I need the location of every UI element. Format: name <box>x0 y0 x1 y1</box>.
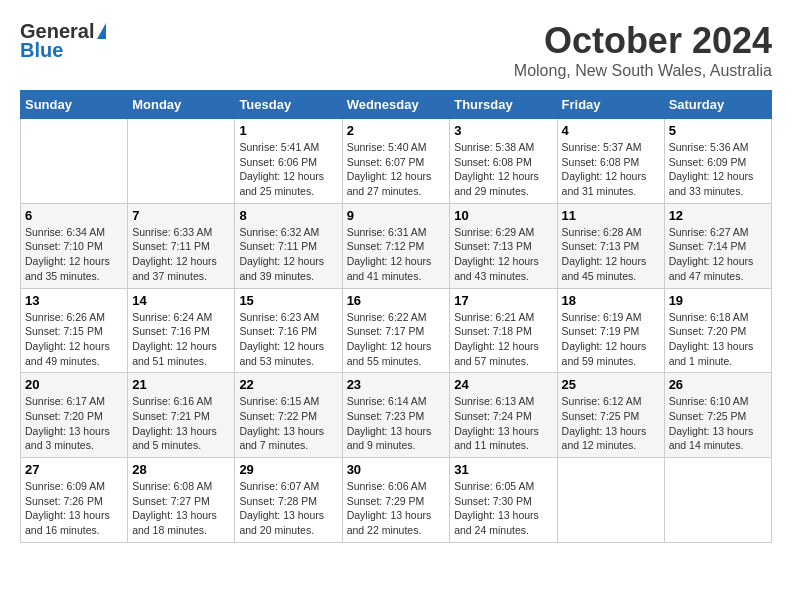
month-title: October 2024 <box>514 20 772 62</box>
day-cell <box>128 119 235 204</box>
weekday-header-sunday: Sunday <box>21 91 128 119</box>
day-cell <box>557 458 664 543</box>
day-number: 10 <box>454 208 552 223</box>
day-number: 28 <box>132 462 230 477</box>
day-cell <box>664 458 771 543</box>
day-number: 31 <box>454 462 552 477</box>
day-cell: 22Sunrise: 6:15 AMSunset: 7:22 PMDayligh… <box>235 373 342 458</box>
day-info: Sunrise: 5:40 AMSunset: 6:07 PMDaylight:… <box>347 140 446 199</box>
day-number: 13 <box>25 293 123 308</box>
weekday-header-wednesday: Wednesday <box>342 91 450 119</box>
day-number: 29 <box>239 462 337 477</box>
day-cell: 9Sunrise: 6:31 AMSunset: 7:12 PMDaylight… <box>342 203 450 288</box>
day-number: 22 <box>239 377 337 392</box>
day-cell: 24Sunrise: 6:13 AMSunset: 7:24 PMDayligh… <box>450 373 557 458</box>
logo-blue-text: Blue <box>20 39 63 62</box>
day-info: Sunrise: 6:28 AMSunset: 7:13 PMDaylight:… <box>562 225 660 284</box>
day-cell: 30Sunrise: 6:06 AMSunset: 7:29 PMDayligh… <box>342 458 450 543</box>
day-info: Sunrise: 6:26 AMSunset: 7:15 PMDaylight:… <box>25 310 123 369</box>
week-row-1: 1Sunrise: 5:41 AMSunset: 6:06 PMDaylight… <box>21 119 772 204</box>
day-info: Sunrise: 6:21 AMSunset: 7:18 PMDaylight:… <box>454 310 552 369</box>
day-number: 24 <box>454 377 552 392</box>
day-info: Sunrise: 6:16 AMSunset: 7:21 PMDaylight:… <box>132 394 230 453</box>
day-info: Sunrise: 6:14 AMSunset: 7:23 PMDaylight:… <box>347 394 446 453</box>
location-title: Molong, New South Wales, Australia <box>514 62 772 80</box>
day-info: Sunrise: 6:10 AMSunset: 7:25 PMDaylight:… <box>669 394 767 453</box>
day-info: Sunrise: 6:31 AMSunset: 7:12 PMDaylight:… <box>347 225 446 284</box>
day-info: Sunrise: 6:18 AMSunset: 7:20 PMDaylight:… <box>669 310 767 369</box>
day-cell: 8Sunrise: 6:32 AMSunset: 7:11 PMDaylight… <box>235 203 342 288</box>
day-number: 27 <box>25 462 123 477</box>
day-info: Sunrise: 6:13 AMSunset: 7:24 PMDaylight:… <box>454 394 552 453</box>
day-info: Sunrise: 6:33 AMSunset: 7:11 PMDaylight:… <box>132 225 230 284</box>
weekday-header-thursday: Thursday <box>450 91 557 119</box>
day-cell: 1Sunrise: 5:41 AMSunset: 6:06 PMDaylight… <box>235 119 342 204</box>
day-cell: 10Sunrise: 6:29 AMSunset: 7:13 PMDayligh… <box>450 203 557 288</box>
day-info: Sunrise: 6:23 AMSunset: 7:16 PMDaylight:… <box>239 310 337 369</box>
weekday-header-friday: Friday <box>557 91 664 119</box>
day-cell: 28Sunrise: 6:08 AMSunset: 7:27 PMDayligh… <box>128 458 235 543</box>
day-cell: 31Sunrise: 6:05 AMSunset: 7:30 PMDayligh… <box>450 458 557 543</box>
day-info: Sunrise: 5:36 AMSunset: 6:09 PMDaylight:… <box>669 140 767 199</box>
day-info: Sunrise: 5:41 AMSunset: 6:06 PMDaylight:… <box>239 140 337 199</box>
day-number: 7 <box>132 208 230 223</box>
day-cell: 11Sunrise: 6:28 AMSunset: 7:13 PMDayligh… <box>557 203 664 288</box>
day-number: 3 <box>454 123 552 138</box>
day-info: Sunrise: 6:34 AMSunset: 7:10 PMDaylight:… <box>25 225 123 284</box>
week-row-5: 27Sunrise: 6:09 AMSunset: 7:26 PMDayligh… <box>21 458 772 543</box>
day-info: Sunrise: 6:22 AMSunset: 7:17 PMDaylight:… <box>347 310 446 369</box>
day-cell: 25Sunrise: 6:12 AMSunset: 7:25 PMDayligh… <box>557 373 664 458</box>
day-cell: 12Sunrise: 6:27 AMSunset: 7:14 PMDayligh… <box>664 203 771 288</box>
day-cell: 23Sunrise: 6:14 AMSunset: 7:23 PMDayligh… <box>342 373 450 458</box>
day-cell: 16Sunrise: 6:22 AMSunset: 7:17 PMDayligh… <box>342 288 450 373</box>
day-info: Sunrise: 6:07 AMSunset: 7:28 PMDaylight:… <box>239 479 337 538</box>
day-info: Sunrise: 6:17 AMSunset: 7:20 PMDaylight:… <box>25 394 123 453</box>
day-info: Sunrise: 6:06 AMSunset: 7:29 PMDaylight:… <box>347 479 446 538</box>
weekday-header-saturday: Saturday <box>664 91 771 119</box>
day-info: Sunrise: 6:32 AMSunset: 7:11 PMDaylight:… <box>239 225 337 284</box>
day-number: 23 <box>347 377 446 392</box>
logo-triangle-icon <box>97 23 106 39</box>
day-info: Sunrise: 6:27 AMSunset: 7:14 PMDaylight:… <box>669 225 767 284</box>
day-number: 12 <box>669 208 767 223</box>
day-number: 1 <box>239 123 337 138</box>
week-row-3: 13Sunrise: 6:26 AMSunset: 7:15 PMDayligh… <box>21 288 772 373</box>
day-number: 20 <box>25 377 123 392</box>
week-row-2: 6Sunrise: 6:34 AMSunset: 7:10 PMDaylight… <box>21 203 772 288</box>
day-cell: 27Sunrise: 6:09 AMSunset: 7:26 PMDayligh… <box>21 458 128 543</box>
day-cell: 26Sunrise: 6:10 AMSunset: 7:25 PMDayligh… <box>664 373 771 458</box>
day-cell: 18Sunrise: 6:19 AMSunset: 7:19 PMDayligh… <box>557 288 664 373</box>
page-header: General Blue October 2024 Molong, New So… <box>20 20 772 80</box>
day-info: Sunrise: 6:12 AMSunset: 7:25 PMDaylight:… <box>562 394 660 453</box>
weekday-header-monday: Monday <box>128 91 235 119</box>
day-number: 26 <box>669 377 767 392</box>
day-cell: 5Sunrise: 5:36 AMSunset: 6:09 PMDaylight… <box>664 119 771 204</box>
calendar-table: SundayMondayTuesdayWednesdayThursdayFrid… <box>20 90 772 543</box>
day-number: 11 <box>562 208 660 223</box>
day-cell: 13Sunrise: 6:26 AMSunset: 7:15 PMDayligh… <box>21 288 128 373</box>
day-number: 6 <box>25 208 123 223</box>
day-number: 17 <box>454 293 552 308</box>
day-number: 5 <box>669 123 767 138</box>
day-number: 15 <box>239 293 337 308</box>
day-info: Sunrise: 6:19 AMSunset: 7:19 PMDaylight:… <box>562 310 660 369</box>
day-number: 18 <box>562 293 660 308</box>
day-cell: 20Sunrise: 6:17 AMSunset: 7:20 PMDayligh… <box>21 373 128 458</box>
day-cell: 29Sunrise: 6:07 AMSunset: 7:28 PMDayligh… <box>235 458 342 543</box>
day-number: 25 <box>562 377 660 392</box>
day-info: Sunrise: 5:37 AMSunset: 6:08 PMDaylight:… <box>562 140 660 199</box>
day-info: Sunrise: 6:15 AMSunset: 7:22 PMDaylight:… <box>239 394 337 453</box>
weekday-header-tuesday: Tuesday <box>235 91 342 119</box>
weekday-header-row: SundayMondayTuesdayWednesdayThursdayFrid… <box>21 91 772 119</box>
day-info: Sunrise: 6:29 AMSunset: 7:13 PMDaylight:… <box>454 225 552 284</box>
day-info: Sunrise: 6:24 AMSunset: 7:16 PMDaylight:… <box>132 310 230 369</box>
day-cell: 19Sunrise: 6:18 AMSunset: 7:20 PMDayligh… <box>664 288 771 373</box>
day-number: 30 <box>347 462 446 477</box>
day-info: Sunrise: 6:05 AMSunset: 7:30 PMDaylight:… <box>454 479 552 538</box>
day-cell: 3Sunrise: 5:38 AMSunset: 6:08 PMDaylight… <box>450 119 557 204</box>
day-cell: 21Sunrise: 6:16 AMSunset: 7:21 PMDayligh… <box>128 373 235 458</box>
day-number: 21 <box>132 377 230 392</box>
day-number: 8 <box>239 208 337 223</box>
day-cell <box>21 119 128 204</box>
day-cell: 7Sunrise: 6:33 AMSunset: 7:11 PMDaylight… <box>128 203 235 288</box>
